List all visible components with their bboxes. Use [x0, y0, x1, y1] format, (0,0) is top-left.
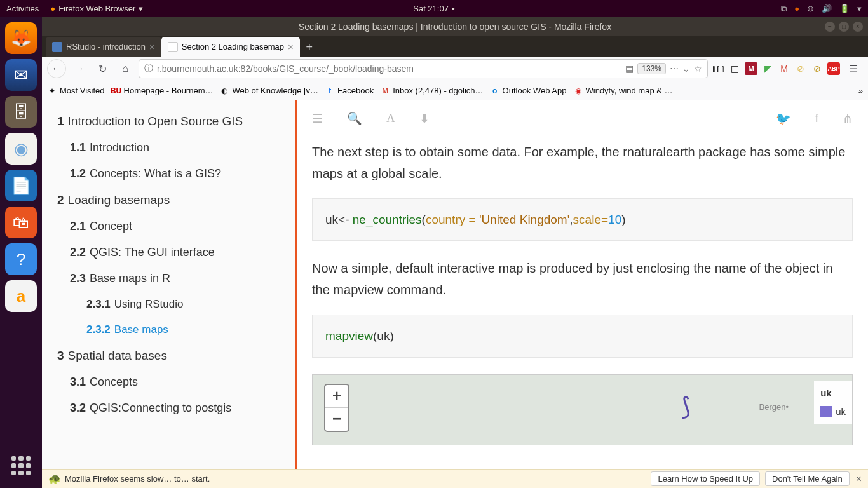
share-icon[interactable]: ⋔ — [843, 111, 853, 126]
toc-item-using-rstudio[interactable]: 2.3.1Using RStudio — [52, 292, 285, 317]
close-icon[interactable]: × — [856, 473, 862, 485]
search-icon[interactable]: 🔍 — [347, 111, 362, 126]
ublock-icon[interactable]: ⊘ — [811, 62, 824, 75]
zoom-indicator[interactable]: 133% — [637, 63, 666, 74]
volume-icon[interactable]: 🔊 — [822, 4, 832, 13]
bookmark-label: Windyty, wind map & … — [586, 86, 673, 95]
zoom-out-button[interactable]: − — [325, 408, 348, 431]
extension-icon-green[interactable]: ◤ — [761, 62, 774, 75]
home-button[interactable]: ⌂ — [116, 59, 135, 78]
dont-tell-button[interactable]: Don't Tell Me Again — [765, 471, 850, 486]
bookmarks-overflow[interactable]: » — [858, 86, 863, 95]
toc-item-intro[interactable]: 1Introduction to Open Source GIS — [52, 108, 285, 135]
noscript-icon[interactable]: ⊘ — [794, 62, 807, 75]
toc-item-basemaps-r[interactable]: 2.3Base maps in R — [52, 266, 285, 292]
bu-icon: BU — [111, 86, 121, 96]
page-action-icon[interactable]: ⋯ — [670, 64, 679, 74]
reload-button[interactable]: ↻ — [93, 59, 112, 78]
wok-icon: ◐ — [219, 86, 229, 96]
toc-item-qgis-gui[interactable]: 2.2QGIS: The GUI interface — [52, 240, 285, 266]
launcher-amazon[interactable]: a — [5, 280, 37, 312]
map-widget[interactable]: + − ⟆ Bergen• uk uk — [312, 374, 853, 445]
url-bar[interactable]: ⓘ r.bournemouth.ac.uk:82/books/GIS_cours… — [139, 59, 708, 78]
paragraph: The next step is to obtain some data. Fo… — [312, 141, 853, 184]
new-tab-button[interactable]: + — [300, 37, 319, 57]
toc-toggle-icon[interactable]: ☰ — [312, 111, 323, 126]
close-button[interactable]: × — [853, 22, 863, 32]
code-block: uk<- ne_countries(country = 'United King… — [312, 198, 853, 241]
star-icon[interactable]: ☆ — [694, 64, 702, 74]
hamburger-menu[interactable]: ☰ — [844, 59, 863, 78]
gmail-icon[interactable]: M — [778, 62, 790, 75]
tab-label: Section 2 Loading basemap — [182, 42, 284, 51]
bookmark-gmail[interactable]: M Inbox (2,478) - dgolich… — [380, 86, 483, 96]
minimize-button[interactable]: − — [825, 22, 835, 32]
launcher-files[interactable]: 🗄 — [5, 96, 37, 128]
launcher-show-apps[interactable] — [5, 450, 37, 482]
launcher-writer[interactable]: 📄 — [5, 170, 37, 201]
launcher-thunderbird[interactable]: ✉ — [5, 59, 37, 91]
chevron-down-icon: ▾ — [139, 4, 143, 13]
twitter-icon[interactable]: 🐦 — [776, 111, 791, 126]
app-menu[interactable]: ● Firefox Web Browser ▾ — [50, 4, 143, 13]
toc-item-base-maps-active[interactable]: 2.3.2Base maps — [52, 317, 285, 342]
info-icon[interactable]: ⓘ — [144, 63, 153, 74]
close-icon[interactable]: × — [149, 41, 155, 52]
pocket-icon[interactable]: ⌄ — [682, 64, 690, 74]
launcher-help[interactable]: ? — [5, 243, 37, 275]
toc-label: Base maps — [114, 323, 168, 336]
dropbox-icon[interactable]: ⧉ — [781, 4, 787, 14]
library-icon[interactable]: ⫿⫿⫿ — [712, 62, 724, 75]
chevron-down-icon[interactable]: ▾ — [857, 4, 862, 13]
forward-button[interactable]: → — [70, 59, 89, 78]
mendeley-icon[interactable]: M — [745, 62, 757, 75]
tab-rstudio[interactable]: RStudio - introduction × — [46, 37, 161, 57]
maximize-button[interactable]: □ — [839, 22, 849, 32]
toc-item-concepts-gis[interactable]: 1.2Concepts: What is a GIS? — [52, 161, 285, 187]
bookmark-label: Inbox (2,478) - dgolich… — [393, 86, 483, 95]
activities-button[interactable]: Activities — [6, 4, 39, 13]
toc-label: QGIS: The GUI interface — [90, 246, 215, 259]
toc-item-concepts3[interactable]: 3.1Concepts — [52, 369, 285, 395]
bookmark-label: Facebook — [337, 86, 374, 95]
bookmark-windy[interactable]: ◉ Windyty, wind map & … — [573, 86, 673, 96]
wifi-icon[interactable]: ⊚ — [807, 4, 814, 13]
app-label: Firefox Web Browser — [58, 4, 135, 13]
tab-loading-basemaps[interactable]: Section 2 Loading basemap × — [161, 37, 300, 57]
tab-label: RStudio - introduction — [66, 42, 146, 51]
bookmark-owa[interactable]: o Outlook Web App — [490, 86, 567, 96]
doc-main[interactable]: ☰ 🔍 A ⬇ 🐦 f ⋔ The next step is to obtain… — [297, 100, 868, 488]
toc-sidebar[interactable]: 1Introduction to Open Source GIS 1.1Intr… — [42, 100, 297, 488]
adblock-icon[interactable]: ABP — [827, 62, 840, 75]
facebook-share-icon[interactable]: f — [815, 111, 818, 126]
tab-favicon — [52, 42, 62, 52]
toc-item-spatial-db[interactable]: 3Spatial data bases — [52, 342, 285, 369]
font-icon[interactable]: A — [386, 111, 395, 125]
toc-item-introduction[interactable]: 1.1Introduction — [52, 135, 285, 161]
back-button[interactable]: ← — [47, 59, 66, 78]
toc-item-concept[interactable]: 2.1Concept — [52, 214, 285, 240]
launcher-firefox[interactable]: 🦊 — [5, 22, 37, 54]
doc-toolbar: ☰ 🔍 A ⬇ 🐦 f ⋔ — [297, 100, 868, 136]
launcher-software[interactable]: 🛍 — [5, 207, 37, 238]
battery-icon[interactable]: 🔋 — [839, 4, 850, 13]
bookmark-bournemouth[interactable]: BU Homepage - Bournem… — [111, 86, 214, 96]
learn-button[interactable]: Learn How to Speed It Up — [651, 471, 760, 486]
toc-item-qgis-postgis[interactable]: 3.2QGIS:Connecting to postgis — [52, 395, 285, 421]
record-icon[interactable]: ● — [794, 4, 799, 13]
close-icon[interactable]: × — [288, 41, 294, 52]
bookmark-facebook[interactable]: f Facebook — [325, 86, 374, 96]
bookmark-wok[interactable]: ◐ Web of Knowledge [v… — [219, 86, 318, 96]
map-city-label: Bergen• — [759, 400, 789, 414]
launcher-rstudio[interactable]: ◉ — [5, 133, 37, 165]
bookmark-most-visited[interactable]: ✦ Most Visited — [47, 86, 105, 96]
zoom-in-button[interactable]: + — [325, 385, 348, 408]
toc-item-loading-basemaps[interactable]: 2Loading basemaps — [52, 187, 285, 214]
map-legend: uk uk — [814, 381, 852, 424]
outlook-icon: o — [490, 86, 500, 96]
clock[interactable]: Sat 21:07 — [413, 4, 449, 13]
reader-icon[interactable]: ▤ — [625, 64, 634, 74]
sidebar-icon[interactable]: ◫ — [728, 62, 741, 75]
download-icon[interactable]: ⬇ — [419, 111, 430, 126]
nav-bar: ← → ↻ ⌂ ⓘ r.bournemouth.ac.uk:82/books/G… — [42, 57, 868, 81]
